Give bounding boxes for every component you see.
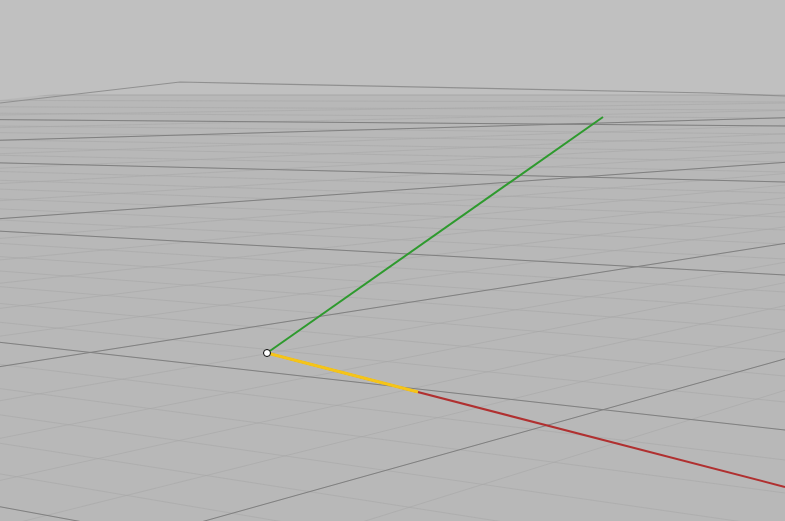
viewport-canvas[interactable] bbox=[0, 0, 785, 521]
sky-mask bbox=[0, 0, 785, 100]
origin-marker bbox=[264, 350, 271, 357]
modeling-viewport[interactable] bbox=[0, 0, 785, 521]
